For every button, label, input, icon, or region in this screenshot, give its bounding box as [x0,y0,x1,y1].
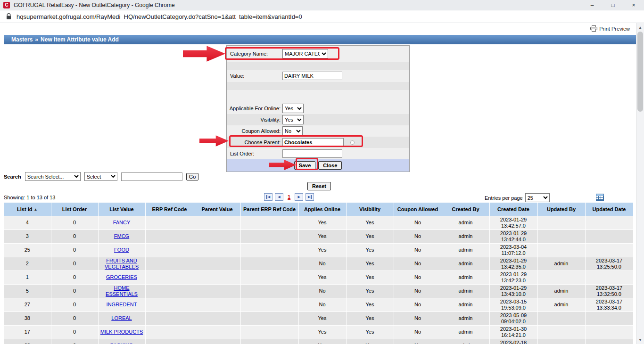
search-field-select[interactable]: Search Select... [25,172,81,181]
choose-parent-input[interactable] [282,138,344,147]
cell-created-date: 2023-03-15 19:53:09.0 [489,298,537,311]
table-row: 380LOREALYesYesNoadmin2023-05-09 09:04:0… [4,311,633,325]
column-header-list-value[interactable]: List Value [98,203,145,216]
scrollbar-thumb[interactable] [637,32,643,112]
cell-coupon-allowed: No [394,243,442,257]
cell-updated-date [585,339,633,344]
column-header-updated-by[interactable]: Updated By [537,203,585,216]
cell-updated-date [585,243,633,257]
column-header-parent-value[interactable]: Parent Value [194,203,240,216]
window-title: GOFRUGAL RetailEasy - New OutletCategory… [14,2,175,8]
close-button-form[interactable]: Close [318,161,342,170]
last-page-button[interactable]: ▶ [305,193,314,201]
parent-lookup-icon[interactable] [350,140,355,145]
cell-parent-erp-ref-code [240,216,298,229]
close-button[interactable]: × [623,0,644,10]
list-value-link[interactable]: FRUITS AND VEGETABLES [105,258,139,270]
column-header-created-date[interactable]: Created Date [489,203,537,216]
sort-ascending-icon: ▲ [33,207,37,212]
cell-parent-erp-ref-code [240,325,298,339]
cell-updated-by: admin [537,284,585,298]
cell-list-value: PACKING [98,339,145,344]
list-value-link[interactable]: FMCG [114,233,129,239]
reset-button[interactable]: Reset [307,182,331,190]
search-input[interactable] [121,172,182,181]
visibility-select[interactable]: Yes [282,115,304,124]
column-header-visibility[interactable]: Visibility [346,203,394,216]
page-scrollbar[interactable]: ▲ ▼ [636,23,644,344]
list-value-link[interactable]: MILK PRODUCTS [100,329,143,335]
column-header-updated-date[interactable]: Updated Date [585,203,633,216]
column-header-parent-erp-ref-code[interactable]: Parent ERP Ref Code [240,203,298,216]
applicable-online-select[interactable]: Yes [282,104,304,113]
grid-view-icon[interactable] [596,194,604,201]
current-page-number[interactable]: 1 [288,194,290,200]
breadcrumb-separator: » [35,36,38,43]
cell-list-order: 0 [51,284,98,298]
cell-parent-value [194,270,240,284]
previous-page-button[interactable]: ◀ [275,193,283,201]
cell-list-value: FMCG [98,229,145,243]
search-operator-select[interactable]: Select [84,172,117,181]
cell-list-id: 2 [4,257,51,270]
applicable-online-row: Applicable For Online: Yes [227,103,409,114]
list-value-link[interactable]: FOOD [114,247,129,253]
list-value-link[interactable]: HOME ESSENTIALS [106,285,138,297]
cell-list-id: 23 [4,339,51,344]
entries-per-page-select[interactable]: 25 [525,193,550,202]
cell-erp-ref-code [145,229,194,243]
cell-created-date: 2023-01-30 16:14:21.0 [489,325,537,339]
scroll-up-icon[interactable]: ▲ [636,24,644,31]
list-value-link[interactable]: GROCERIES [106,274,137,280]
cell-created-by: admin [442,339,489,344]
form-spacer [227,82,409,90]
scroll-down-icon[interactable]: ▼ [636,336,644,344]
category-name-select[interactable]: MAJOR CATEGORY [282,49,328,58]
cell-updated-by [537,270,585,284]
cell-applies-online: No [298,257,346,270]
print-preview-link[interactable]: Print Preview [590,25,630,32]
cell-list-value: GROCERIES [98,270,145,284]
column-header-erp-ref-code[interactable]: ERP Ref Code [145,203,194,216]
first-page-button[interactable]: ◀ [264,193,272,201]
next-page-button[interactable]: ▶ [295,193,303,201]
cell-created-by: admin [442,298,489,311]
showing-text: Showing: 1 to 13 of 13 [4,195,55,200]
cell-parent-value [194,257,240,270]
coupon-allowed-select[interactable]: No [282,126,303,136]
cell-applies-online: Yes [298,243,346,257]
cell-visibility: Yes [346,311,394,325]
url-text[interactable]: hqsupermarket.gofrugal.com/RayMedi_HQ/ne… [17,13,302,20]
table-row: 250FOODYesYesNoadmin2023-03-04 11:07:12.… [4,243,633,257]
minimize-button[interactable]: – [582,0,603,10]
list-value-link[interactable]: FANCY [113,220,131,225]
column-header-list-order[interactable]: List Order [51,203,98,216]
cell-updated-date [585,270,633,284]
list-value-link[interactable]: INGREDENT [107,302,137,307]
cell-parent-erp-ref-code [240,229,298,243]
column-header-coupon-allowed[interactable]: Coupon Allowed [394,203,442,216]
cell-coupon-allowed: No [394,311,442,325]
cell-applies-online: Yes [298,339,346,344]
cell-applies-online: Yes [298,270,346,284]
results-table: List Id▲List OrderList ValueERP Ref Code… [4,203,634,344]
go-button[interactable]: Go [186,173,199,180]
cell-list-id: 27 [4,298,51,311]
column-header-applies-online[interactable]: Applies Online [298,203,346,216]
status-row: Showing: 1 to 13 of 13 ◀ ◀ 1 ▶ ▶ Entries… [4,193,633,202]
list-value-link[interactable]: LOREAL [111,315,132,321]
form-buttons-row: Save Close [227,159,409,172]
list-order-input[interactable] [282,149,342,158]
cell-updated-date [585,216,633,229]
cell-erp-ref-code [145,284,194,298]
value-input[interactable] [282,72,342,80]
cell-list-value: LOREAL [98,311,145,325]
column-header-list-id[interactable]: List Id▲ [4,203,51,216]
address-bar[interactable]: hqsupermarket.gofrugal.com/RayMedi_HQ/ne… [0,10,644,23]
cell-created-by: admin [442,257,489,270]
maximize-button[interactable]: □ [603,0,623,10]
column-header-created-by[interactable]: Created By [442,203,489,216]
cell-erp-ref-code [145,311,194,325]
print-preview-label: Print Preview [599,26,630,32]
save-button[interactable]: Save [294,161,316,170]
